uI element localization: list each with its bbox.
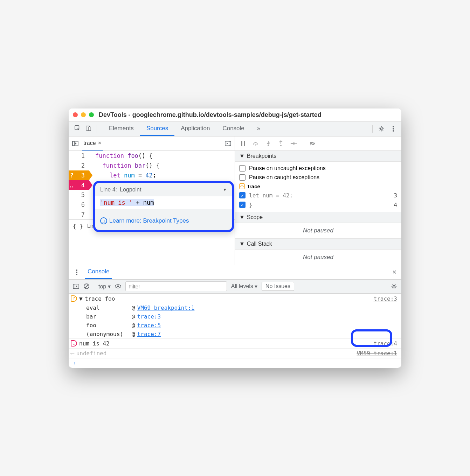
log-levels-select[interactable]: All levels ▾ <box>231 283 257 290</box>
learn-more-text: Learn more: Breakpoint Types <box>109 217 189 224</box>
stack-trace: eval@VM69 breakpoint:1 bar@trace:3 foo@t… <box>69 303 401 338</box>
console-prompt[interactable]: › <box>69 358 401 368</box>
deactivate-breakpoints-icon[interactable] <box>310 140 316 147</box>
console-body: ? ▼ trace foo trace:3 eval@VM69 breakpoi… <box>69 294 401 368</box>
close-window-button[interactable] <box>73 112 78 117</box>
stack-frame[interactable]: (anonymous)@trace:7 <box>86 330 401 338</box>
close-icon[interactable]: × <box>98 140 102 147</box>
prompt-caret-icon: › <box>71 360 76 366</box>
breakpoints-section-header[interactable]: ▼ Breakpoints <box>235 151 401 162</box>
callstack-not-paused: Not paused <box>235 250 401 265</box>
breakpoint-checkbox[interactable]: ✓ <box>239 192 246 198</box>
inspect-icon[interactable] <box>74 125 81 131</box>
svg-point-18 <box>76 270 77 271</box>
line-number[interactable]: 6 <box>69 200 89 210</box>
device-toolbar-icon[interactable] <box>85 125 92 131</box>
step-out-icon[interactable] <box>278 140 284 147</box>
show-navigator-icon[interactable] <box>72 140 78 147</box>
svg-point-14 <box>268 145 269 146</box>
debug-pane: ▼ Breakpoints Pause on uncaught exceptio… <box>235 151 401 265</box>
line-gutter[interactable]: 1 2 3 4 5 6 7 <box>69 151 89 219</box>
breakpoint-type-select[interactable]: Logpoint ▼ <box>120 187 227 193</box>
drawer-tab-console[interactable]: Console <box>85 265 112 279</box>
breakpoint-entry[interactable]: ✓ let num = 42; 3 <box>239 191 397 200</box>
pause-caught-checkbox[interactable]: Pause on caught exceptions <box>239 173 397 182</box>
step-over-icon[interactable] <box>253 140 259 147</box>
logpoint-marker-icon: ‥ <box>71 340 77 346</box>
maximize-window-button[interactable] <box>89 112 94 117</box>
file-badge-icon: <> <box>239 183 245 189</box>
source-link[interactable]: trace:5 <box>137 322 161 329</box>
console-log-row[interactable]: ‥ num is 42 trace:4 <box>69 338 401 348</box>
tabs-overflow[interactable]: » <box>251 122 267 136</box>
stack-frame[interactable]: eval@VM69 breakpoint:1 <box>86 303 401 312</box>
divider <box>94 282 94 290</box>
stack-frame[interactable]: foo@trace:5 <box>86 321 401 330</box>
source-link[interactable]: trace:3 <box>374 295 397 302</box>
source-link[interactable]: trace:3 <box>137 313 161 320</box>
source-link[interactable]: trace:7 <box>137 331 161 337</box>
kebab-menu-icon[interactable] <box>390 126 396 132</box>
callstack-section-header[interactable]: ▼ Call Stack <box>235 238 401 250</box>
issues-button[interactable]: No Issues <box>262 282 294 291</box>
close-drawer-icon[interactable]: × <box>392 268 396 276</box>
window-title: DevTools - googlechrome.github.io/devtoo… <box>99 111 322 119</box>
pause-uncaught-checkbox[interactable]: Pause on uncaught exceptions <box>239 164 397 173</box>
checkbox[interactable] <box>239 174 246 181</box>
expand-icon[interactable]: ▼ <box>79 295 83 302</box>
line-number[interactable]: 5 <box>69 190 89 200</box>
source-link[interactable]: trace:4 <box>374 340 397 347</box>
conditional-breakpoint-marker[interactable]: 3 <box>69 170 89 180</box>
learn-more-link[interactable]: → Learn more: Breakpoint Types <box>100 217 189 224</box>
line-number[interactable]: 7 <box>69 210 89 219</box>
divider <box>303 140 303 147</box>
trace-label: trace foo <box>85 295 115 302</box>
return-icon: ⟵ <box>71 350 74 357</box>
svg-rect-22 <box>73 284 75 289</box>
minimize-window-button[interactable] <box>81 112 86 117</box>
format-icon[interactable]: { } <box>73 223 83 230</box>
gear-icon[interactable] <box>378 126 385 132</box>
line-number[interactable]: 1 <box>69 151 89 161</box>
svg-point-5 <box>393 128 394 130</box>
context-select[interactable]: top ▾ <box>98 283 111 290</box>
source-link[interactable]: VM69 breakpoint:1 <box>137 304 195 311</box>
tab-console[interactable]: Console <box>216 122 250 136</box>
kebab-menu-icon[interactable] <box>74 269 80 275</box>
show-debugger-icon[interactable] <box>225 140 231 147</box>
svg-rect-10 <box>229 141 231 146</box>
logpoint-expression-input[interactable]: 'num is ' + num <box>95 196 232 209</box>
line-number[interactable]: 2 <box>69 161 89 170</box>
svg-rect-2 <box>88 127 91 131</box>
step-icon[interactable] <box>290 140 297 147</box>
main-tabstrip: Elements Sources Application Console » <box>69 122 401 136</box>
svg-point-6 <box>393 130 394 132</box>
scope-not-paused: Not paused <box>235 223 401 238</box>
svg-point-15 <box>280 145 282 146</box>
chevron-down-icon: ▼ <box>239 214 245 220</box>
toggle-sidebar-icon[interactable] <box>73 283 79 289</box>
file-tab-trace[interactable]: trace × <box>82 136 103 150</box>
breakpoint-file[interactable]: <> trace <box>239 182 397 191</box>
stack-frame[interactable]: bar@trace:3 <box>86 312 401 321</box>
filter-input[interactable] <box>125 281 227 291</box>
svg-point-3 <box>380 128 382 130</box>
logpoint-marker[interactable]: 4 <box>69 180 89 190</box>
checkbox[interactable] <box>239 165 246 172</box>
tab-application[interactable]: Application <box>174 122 216 136</box>
chevron-down-icon: ▼ <box>239 241 245 247</box>
source-link[interactable]: VM59 trace:1 <box>357 350 397 357</box>
chevron-down-icon: ▼ <box>223 187 227 192</box>
console-trace-row[interactable]: ? ▼ trace foo trace:3 <box>69 294 401 303</box>
live-expression-icon[interactable] <box>115 283 121 289</box>
step-into-icon[interactable] <box>265 140 271 147</box>
breakpoint-checkbox[interactable]: ✓ <box>239 202 246 208</box>
tab-sources[interactable]: Sources <box>140 122 174 136</box>
scope-section-header[interactable]: ▼ Scope <box>235 212 401 223</box>
clear-console-icon[interactable] <box>83 283 90 289</box>
pause-icon[interactable] <box>240 140 246 147</box>
gear-icon[interactable] <box>391 283 397 289</box>
breakpoint-entry[interactable]: ✓ } 4 <box>239 200 397 210</box>
tab-elements[interactable]: Elements <box>103 122 140 136</box>
chevron-down-icon: ▼ <box>239 153 245 159</box>
